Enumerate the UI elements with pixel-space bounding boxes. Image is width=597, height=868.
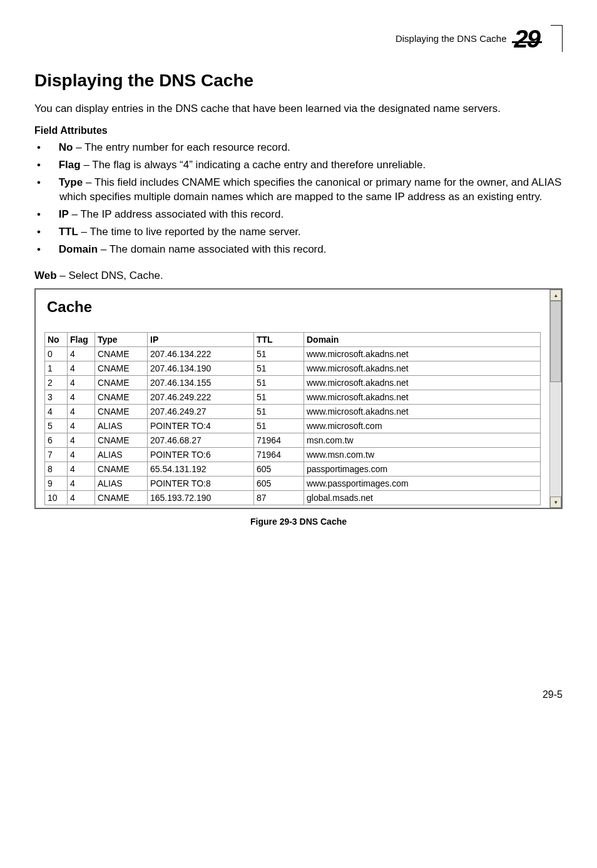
table-cell: 4 [68,462,95,476]
col-domain: Domain [304,332,541,346]
table-cell: 2 [45,375,68,390]
table-cell: POINTER TO:8 [148,476,254,490]
attr-item: • TTL – The time to live reported by the… [34,225,563,240]
table-cell: 207.46.68.27 [148,433,254,447]
table-cell: 4 [68,447,95,462]
web-instruction: Web – Select DNS, Cache. [34,270,563,282]
table-cell: ALIAS [95,447,148,462]
running-header: Displaying the DNS Cache 29 [34,25,563,52]
table-cell: 4 [68,476,95,490]
table-cell: 4 [68,404,95,418]
table-cell: 605 [254,476,304,490]
table-cell: 207.46.134.155 [148,375,254,390]
table-cell: 71964 [254,433,304,447]
attr-item: • Flag – The flag is always “4” indicati… [34,158,563,173]
table-cell: 4 [68,346,95,361]
table-row: 34CNAME207.46.249.22251www.microsoft.aka… [45,390,541,404]
table-cell: www.passportimages.com [304,476,541,490]
table-row: 94ALIASPOINTER TO:8605www.passportimages… [45,476,541,490]
table-cell: 87 [254,490,304,505]
table-cell: www.microsoft.akadns.net [304,346,541,361]
intro-paragraph: You can display entries in the DNS cache… [34,102,563,116]
table-cell: passportimages.com [304,462,541,476]
table-cell: 207.46.134.190 [148,361,254,375]
table-cell: www.microsoft.akadns.net [304,361,541,375]
table-header-row: No Flag Type IP TTL Domain [45,332,541,346]
col-no: No [45,332,68,346]
field-attributes-heading: Field Attributes [34,125,563,136]
col-ip: IP [148,332,254,346]
table-cell: 65.54.131.192 [148,462,254,476]
table-cell: www.microsoft.akadns.net [304,390,541,404]
table-cell: 4 [68,490,95,505]
table-cell: 0 [45,346,68,361]
table-row: 74ALIASPOINTER TO:671964www.msn.com.tw [45,447,541,462]
table-cell: msn.com.tw [304,433,541,447]
running-title: Displaying the DNS Cache [395,33,507,44]
scroll-track[interactable] [550,301,561,497]
table-cell: CNAME [95,490,148,505]
attr-item: • Type – This field includes CNAME which… [34,175,563,205]
table-cell: 51 [254,361,304,375]
cache-table: No Flag Type IP TTL Domain 04CNAME207.46… [44,332,541,505]
table-cell: www.microsoft.com [304,418,541,433]
cache-screenshot: Cache No Flag Type IP TTL Domain [34,288,563,509]
table-cell: 1 [45,361,68,375]
table-cell: 51 [254,390,304,404]
table-cell: 4 [68,433,95,447]
table-cell: ALIAS [95,418,148,433]
table-cell: 4 [68,375,95,390]
table-cell: www.microsoft.akadns.net [304,404,541,418]
table-cell: CNAME [95,462,148,476]
table-cell: 4 [45,404,68,418]
table-cell: 8 [45,462,68,476]
scroll-up-button[interactable]: ▴ [550,290,561,301]
attr-item: • IP – The IP address associated with th… [34,207,563,222]
figure-caption: Figure 29-3 DNS Cache [34,517,563,527]
scroll-thumb[interactable] [550,301,561,382]
table-cell: CNAME [95,433,148,447]
table-cell: 6 [45,433,68,447]
table-cell: 51 [254,418,304,433]
table-cell: 4 [68,390,95,404]
cache-panel-title: Cache [47,298,541,316]
table-cell: 51 [254,346,304,361]
table-cell: POINTER TO:6 [148,447,254,462]
attr-item: • No – The entry number for each resourc… [34,140,563,155]
table-cell: CNAME [95,361,148,375]
table-cell: 207.46.134.222 [148,346,254,361]
table-cell: ALIAS [95,476,148,490]
table-row: 104CNAME165.193.72.19087global.msads.net [45,490,541,505]
table-row: 14CNAME207.46.134.19051www.microsoft.aka… [45,361,541,375]
table-cell: 51 [254,404,304,418]
attr-item: • Domain – The domain name associated wi… [34,242,563,257]
vertical-scrollbar[interactable]: ▴ ▾ [549,290,561,508]
table-cell: 51 [254,375,304,390]
table-cell: 10 [45,490,68,505]
scroll-down-button[interactable]: ▾ [550,497,561,508]
table-cell: POINTER TO:4 [148,418,254,433]
table-row: 24CNAME207.46.134.15551www.microsoft.aka… [45,375,541,390]
page-number: 29-5 [34,689,563,700]
table-row: 84CNAME65.54.131.192605passportimages.co… [45,462,541,476]
table-cell: 71964 [254,447,304,462]
corner-decoration [551,25,563,52]
field-attributes-list: • No – The entry number for each resourc… [34,140,563,257]
table-row: 04CNAME207.46.134.22251www.microsoft.aka… [45,346,541,361]
table-cell: 4 [68,361,95,375]
table-cell: CNAME [95,404,148,418]
table-cell: www.microsoft.akadns.net [304,375,541,390]
table-cell: 9 [45,476,68,490]
table-cell: global.msads.net [304,490,541,505]
col-ttl: TTL [254,332,304,346]
table-cell: 165.193.72.190 [148,490,254,505]
table-cell: CNAME [95,390,148,404]
table-cell: CNAME [95,346,148,361]
table-row: 54ALIASPOINTER TO:451www.microsoft.com [45,418,541,433]
table-cell: 207.46.249.222 [148,390,254,404]
table-row: 64CNAME207.46.68.2771964msn.com.tw [45,433,541,447]
table-cell: 605 [254,462,304,476]
table-cell: www.msn.com.tw [304,447,541,462]
table-cell: 207.46.249.27 [148,404,254,418]
col-flag: Flag [68,332,95,346]
